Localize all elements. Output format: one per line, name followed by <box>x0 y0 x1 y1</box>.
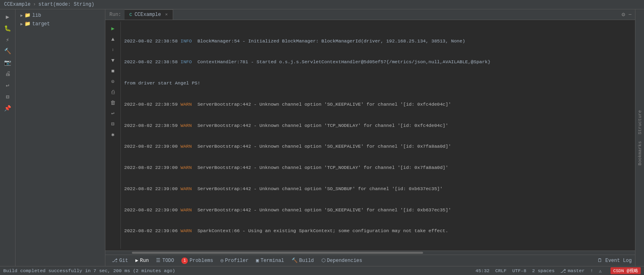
debug-icon[interactable]: 🐛 <box>2 23 13 33</box>
breadcrumb-bar: CCExample › start(mode: String) <box>0 0 644 9</box>
terminal-btn[interactable]: ▣ Terminal <box>253 256 287 265</box>
rerun-icon[interactable]: ↩ <box>2 80 13 90</box>
log-line-11: [2022-08-02 22:39:15]edgeNum less than l… <box>124 248 632 249</box>
console-controls: ▶ ▲ ↕ ▼ ■ ⊙ ⎙ 🗑 ↩ ⊟ ✱ <box>105 22 121 249</box>
status-right: 45:32 CRLF UTF-8 2 spaces ⎇ master ↑ ⚠ C… <box>475 267 641 274</box>
run-bottom-label: Run <box>140 258 149 264</box>
pin-btn[interactable]: ✱ <box>108 130 118 139</box>
run-label: Run: <box>106 10 125 19</box>
status-bar: Build completed successfully in 7 sec, 2… <box>0 266 644 275</box>
play-btn[interactable]: ▶ <box>108 24 118 33</box>
problems-badge: 1 <box>181 257 188 264</box>
tab-close-btn[interactable]: × <box>165 12 168 17</box>
indent[interactable]: 2 spaces <box>532 268 555 273</box>
settings-icon[interactable]: ⚙ <box>622 11 625 18</box>
tab-bar: Run: C CCExample × ⚙ − <box>105 9 635 20</box>
folder-icon-target: 📁 <box>25 21 31 27</box>
branch-icon: ⎇ <box>560 268 566 274</box>
coverage-icon[interactable]: ⚡ <box>2 35 13 44</box>
git-branch[interactable]: ⎇ master <box>560 268 584 274</box>
tree-label-target: target <box>32 21 50 27</box>
tab-cc-icon: C <box>129 12 132 17</box>
git-btn[interactable]: ⎇ Git <box>109 256 131 265</box>
scroll-up-btn[interactable]: ▲ <box>108 35 118 44</box>
bottom-right: 🗒 Event Log <box>597 257 632 264</box>
tree-arrow-lib: ▶ <box>20 13 23 18</box>
dependencies-icon: ⬡ <box>321 257 325 264</box>
vcs-icon: ↑ <box>591 268 593 273</box>
dependencies-btn[interactable]: ⬡ Dependencies <box>318 256 365 265</box>
problems-label: Problems <box>189 258 213 264</box>
pin-sidebar-icon[interactable]: 📌 <box>2 103 13 113</box>
tree-arrow-target: ▶ <box>20 22 23 27</box>
tab-cc-name: CCExample <box>134 12 161 18</box>
screenshot-btn[interactable]: ⊙ <box>108 77 118 86</box>
build-icon[interactable]: 🔨 <box>2 46 13 56</box>
warning-icon: ⚠ <box>599 268 602 274</box>
log-line-10: 2022-08-02 22:39:06 WARN SparkContext:66… <box>124 227 632 234</box>
tree-label-lib: lib <box>32 13 41 18</box>
breadcrumb-ccexample[interactable]: CCExample <box>4 2 31 7</box>
structure-label[interactable]: Structure <box>637 107 643 138</box>
file-tree: ▶ 📁 lib ▶ 📁 target <box>16 9 105 266</box>
log-line-2: 2022-08-02 22:38:58 INFO ContextHandler:… <box>124 58 632 65</box>
log-line-6: 2022-08-02 22:39:00 WARN ServerBootstrap… <box>124 143 632 150</box>
back-btn[interactable]: ↩ <box>108 109 118 118</box>
log-line-3: from driver start Angel PS! <box>124 80 632 86</box>
stop-btn[interactable]: ■ <box>108 67 118 75</box>
tree-item-target[interactable]: ▶ 📁 target <box>16 20 105 28</box>
time-display: 45:32 <box>475 268 490 273</box>
problems-btn[interactable]: 1 Problems <box>178 256 216 265</box>
horizontal-scroll-thumb[interactable] <box>132 252 423 254</box>
log-line-7: 2022-08-02 22:39:00 WARN ServerBootstrap… <box>124 164 632 171</box>
line-ending[interactable]: CRLF <box>495 268 507 273</box>
breadcrumb-method[interactable]: start(mode: String) <box>38 2 94 7</box>
run-btn[interactable]: ▶ Run <box>132 256 152 265</box>
split-btn[interactable]: ⊟ <box>108 120 118 129</box>
console-output: 2022-08-02 22:38:58 INFO BlockManager:54… <box>121 22 635 249</box>
bookmarks-label[interactable]: Bookmarks <box>637 138 643 169</box>
terminal-label: Terminal <box>261 258 284 264</box>
run-bottom-icon: ▶ <box>136 257 138 264</box>
event-log-btn[interactable]: 🗒 Event Log <box>597 257 632 264</box>
tab-actions: ⚙ − <box>622 11 635 18</box>
camera-sidebar-icon[interactable]: 📷 <box>2 58 13 67</box>
breadcrumb-separator: › <box>33 2 36 7</box>
dependencies-label: Dependencies <box>327 258 362 264</box>
console-tab[interactable]: C CCExample × <box>125 9 173 20</box>
minimize-icon[interactable]: − <box>628 11 632 18</box>
log-line-4: 2022-08-02 22:38:59 WARN ServerBootstrap… <box>124 101 632 108</box>
main-layout: ▶ 🐛 ⚡ 🔨 📷 🖨 ↩ ⊟ 📌 ▶ 📁 lib ▶ 📁 target Run… <box>0 9 644 266</box>
tree-item-lib[interactable]: ▶ 📁 lib <box>16 11 105 20</box>
branch-name: master <box>568 268 584 273</box>
run-icon[interactable]: ▶ <box>2 12 13 22</box>
git-icon: ⎇ <box>112 257 118 264</box>
layout-icon[interactable]: ⊟ <box>2 92 13 102</box>
horizontal-scrollbar[interactable] <box>105 251 635 255</box>
profiler-icon: ◎ <box>221 257 223 264</box>
build-bottom-btn[interactable]: 🔨 Build <box>288 256 317 265</box>
log-line-8: 2022-08-02 22:39:00 WARN ServerBootstrap… <box>124 185 632 192</box>
console-area[interactable]: ▶ ▲ ↕ ▼ ■ ⊙ ⎙ 🗑 ↩ ⊟ ✱ 2022-08-02 22:38:5… <box>105 20 635 251</box>
right-sidebar: Structure Bookmarks <box>635 9 644 266</box>
bottom-toolbar: ⎇ Git ▶ Run ☰ TODO 1 Problems ◎ Profiler… <box>105 255 635 266</box>
content-area: Run: C CCExample × ⚙ − ▶ ▲ ↕ ▼ ■ ⊙ ⎙ <box>105 9 635 266</box>
wrap-btn[interactable]: ↕ <box>108 45 118 54</box>
scroll-down-btn[interactable]: ▼ <box>108 56 118 65</box>
charset[interactable]: UTF-8 <box>512 268 526 273</box>
profiler-btn[interactable]: ◎ Profiler <box>217 256 252 265</box>
log-line-9: 2022-08-02 22:39:00 WARN ServerBootstrap… <box>124 206 632 213</box>
print-sidebar-icon[interactable]: 🖨 <box>2 69 13 79</box>
build-bottom-icon: 🔨 <box>292 257 298 264</box>
csdn-badge: CSDN @视略 <box>611 267 641 274</box>
build-bottom-label: Build <box>299 258 314 264</box>
print-btn[interactable]: ⎙ <box>108 88 118 97</box>
todo-btn[interactable]: ☰ TODO <box>153 256 177 265</box>
terminal-icon: ▣ <box>256 257 259 264</box>
folder-icon-lib: 📁 <box>25 12 31 18</box>
event-log-label: Event Log <box>605 258 632 264</box>
git-label: Git <box>119 258 128 264</box>
left-sidebar: ▶ 🐛 ⚡ 🔨 📷 🖨 ↩ ⊟ 📌 <box>0 9 16 266</box>
profiler-label: Profiler <box>225 258 249 264</box>
clear-btn[interactable]: 🗑 <box>108 98 118 107</box>
